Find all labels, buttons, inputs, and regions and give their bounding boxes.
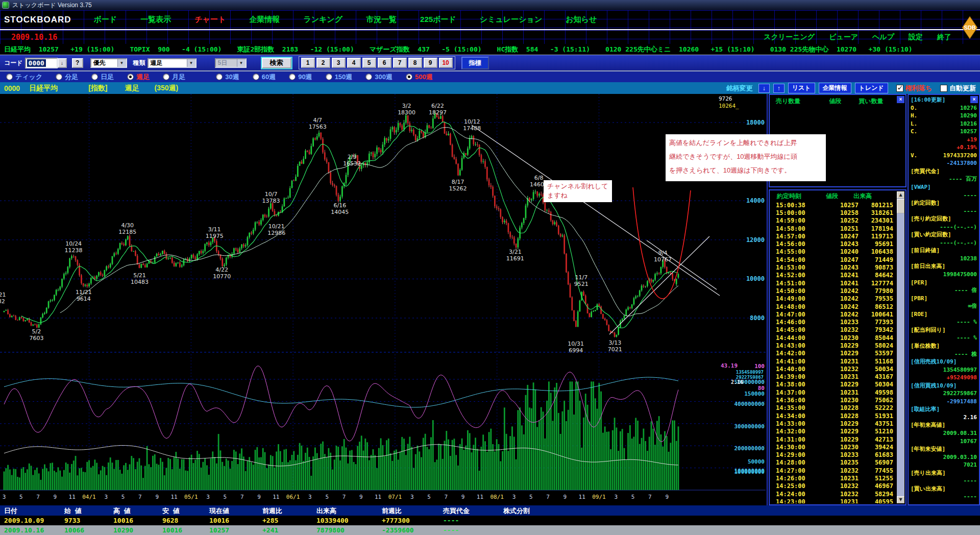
trade-price: 10252 bbox=[823, 217, 859, 224]
trade-price: 10242 bbox=[823, 311, 859, 318]
page-button-9[interactable]: 9 bbox=[424, 58, 437, 68]
page-button-2[interactable]: 2 bbox=[316, 58, 330, 68]
trade-price: 10231 bbox=[823, 358, 859, 365]
infobar-button-企業情報[interactable]: 企業情報 bbox=[819, 83, 851, 93]
trade-row: 14:47:0010242100641 bbox=[771, 310, 896, 318]
main-menu: ボード一覧表示チャート企業情報ランキング市況一覧225ボードシミュレーションお知… bbox=[94, 15, 621, 25]
code-input[interactable]: 0000 bbox=[25, 58, 58, 68]
menu-item-設定[interactable]: 設定 bbox=[909, 33, 923, 42]
menu-item-ランキング[interactable]: ランキング bbox=[303, 15, 342, 25]
time-sales-scrollbar[interactable]: ▲ ▼ bbox=[897, 191, 904, 503]
page-button-7[interactable]: 7 bbox=[393, 58, 407, 68]
trade-time: 14:47:00 bbox=[771, 311, 823, 318]
quote-line: 1998475000 bbox=[911, 271, 977, 279]
trade-volume: 51255 bbox=[859, 475, 896, 482]
menu-item-お知らせ[interactable]: お知らせ bbox=[566, 15, 597, 25]
menu-item-ビューア[interactable]: ビューア bbox=[829, 33, 858, 42]
scroll-down-icon[interactable]: ▼ bbox=[897, 496, 904, 503]
indicator-button[interactable]: 指標 bbox=[461, 57, 489, 69]
radio-週足[interactable]: 週足 bbox=[127, 72, 150, 82]
menu-item-225ボード[interactable]: 225ボード bbox=[420, 15, 456, 25]
page-button-3[interactable]: 3 bbox=[332, 58, 346, 68]
trade-price: 10247 bbox=[823, 233, 859, 240]
radio-90週[interactable]: 90週 bbox=[289, 72, 312, 82]
table-row[interactable]: 2009.10.09973310016962810016+28510339400… bbox=[0, 516, 980, 525]
page-button-4[interactable]: 4 bbox=[347, 58, 361, 68]
radio-500週[interactable]: 500週 bbox=[406, 72, 433, 82]
checkbox-label: 自動更新 bbox=[949, 84, 976, 93]
checkbox-自動更新[interactable] bbox=[940, 85, 947, 92]
quote-label: [年初来安値] bbox=[911, 445, 945, 453]
trade-volume: 77980 bbox=[859, 287, 896, 295]
symbol-info-bar: 0000 日経平均 [指数] 週足 (350週) 銘柄変更 ↓↑リスト企業情報ト… bbox=[0, 82, 980, 94]
timeframe-radio-row: ティック分足日足週足月足30週60週90週150週300週500週 bbox=[0, 70, 980, 82]
trade-price: 10229 bbox=[823, 381, 859, 388]
type-dropdown[interactable]: 週足 ▼ bbox=[148, 58, 197, 68]
svg-text:11238: 11238 bbox=[65, 247, 83, 254]
annotation-line: ますね bbox=[547, 191, 608, 200]
infobar-button-↑[interactable]: ↑ bbox=[773, 84, 785, 93]
trade-time: 14:25:00 bbox=[771, 482, 823, 490]
menu-item-ヘルプ[interactable]: ヘルプ bbox=[872, 33, 894, 42]
close-icon[interactable]: × bbox=[970, 96, 978, 103]
scroll-up-icon[interactable]: ▲ bbox=[897, 191, 904, 199]
svg-text:11: 11 bbox=[579, 494, 585, 500]
svg-text:5/21: 5/21 bbox=[133, 272, 146, 279]
trade-price: 10229 bbox=[823, 428, 859, 435]
radio-ティック[interactable]: ティック bbox=[6, 72, 42, 82]
menu-item-シミュレーション[interactable]: シミュレーション bbox=[480, 15, 542, 25]
page-button-10[interactable]: 10 bbox=[439, 58, 453, 68]
svg-text:15262: 15262 bbox=[449, 185, 467, 192]
svg-text:5/2: 5/2 bbox=[32, 328, 41, 335]
radio-日足[interactable]: 日足 bbox=[91, 72, 114, 82]
infobar-button-トレンド[interactable]: トレンド bbox=[855, 83, 888, 93]
chevron-down-icon: ▼ bbox=[187, 59, 195, 67]
menu-item-ボード[interactable]: ボード bbox=[94, 15, 117, 25]
infobar-button-リスト[interactable]: リスト bbox=[788, 83, 815, 93]
radio-30週[interactable]: 30週 bbox=[216, 72, 239, 82]
infobar-button-↓[interactable]: ↓ bbox=[758, 84, 770, 93]
quote-value: 1974337200 bbox=[943, 152, 977, 160]
page-button-8[interactable]: 8 bbox=[408, 58, 422, 68]
scrollbar-thumb[interactable] bbox=[897, 199, 904, 213]
menu-item-一覧表示[interactable]: 一覧表示 bbox=[140, 15, 171, 25]
trade-volume: 50034 bbox=[859, 366, 896, 373]
help-button[interactable]: ? bbox=[72, 58, 83, 68]
quote-line: [前日出来高] bbox=[911, 262, 977, 271]
trade-price: 10235 bbox=[823, 459, 859, 466]
table-cell: ---- bbox=[443, 517, 459, 524]
radio-300週[interactable]: 300週 bbox=[365, 72, 393, 82]
menu-item-終了[interactable]: 終了 bbox=[937, 33, 951, 42]
svg-text:5: 5 bbox=[529, 494, 533, 500]
svg-text:06/1: 06/1 bbox=[286, 494, 300, 500]
page-button-5[interactable]: 5 bbox=[362, 58, 376, 68]
trade-time: 14:44:00 bbox=[771, 334, 823, 342]
checkbox-権利落ち[interactable]: ✓ bbox=[896, 85, 903, 92]
radio-分足[interactable]: 分足 bbox=[56, 72, 78, 82]
radio-月足[interactable]: 月足 bbox=[163, 72, 185, 82]
close-icon[interactable]: × bbox=[897, 96, 904, 103]
table-row-selected[interactable]: 2009.10.1610066102901001610257+241787980… bbox=[0, 525, 980, 535]
menu-item-企業情報[interactable]: 企業情報 bbox=[249, 15, 280, 25]
quote-label: [信用買残10/09] bbox=[911, 382, 957, 390]
trade-row: 14:30:001023039424 bbox=[771, 443, 896, 451]
menu-item-スクリーニング[interactable]: スクリーニング bbox=[764, 33, 815, 42]
page-button-1[interactable]: 1 bbox=[301, 58, 315, 68]
radio-60週[interactable]: 60週 bbox=[253, 72, 276, 82]
quote-line: 10767 bbox=[911, 437, 977, 446]
trade-row: 14:49:001024279535 bbox=[771, 295, 896, 303]
search-button[interactable]: 検索 bbox=[262, 58, 291, 68]
page-button-6[interactable]: 6 bbox=[378, 58, 391, 68]
quote-line: [売買代金] bbox=[911, 167, 977, 176]
trade-row: 14:57:0010247119713 bbox=[771, 232, 896, 240]
quote-line: [信用買残10/09] bbox=[911, 382, 977, 390]
menu-item-市況一覧[interactable]: 市況一覧 bbox=[366, 15, 397, 25]
menu-item-チャート[interactable]: チャート bbox=[194, 15, 226, 25]
trade-row: 14:54:001024771449 bbox=[771, 256, 896, 263]
radio-150週[interactable]: 150週 bbox=[326, 72, 353, 82]
trade-row: 14:41:001023151168 bbox=[771, 357, 896, 365]
trade-row: 14:50:001024277980 bbox=[771, 287, 896, 295]
code-spin-button[interactable]: ↓ bbox=[58, 58, 67, 68]
svg-text:12986: 12986 bbox=[267, 230, 285, 236]
priority-dropdown[interactable]: 優先 ▼ bbox=[90, 58, 127, 68]
